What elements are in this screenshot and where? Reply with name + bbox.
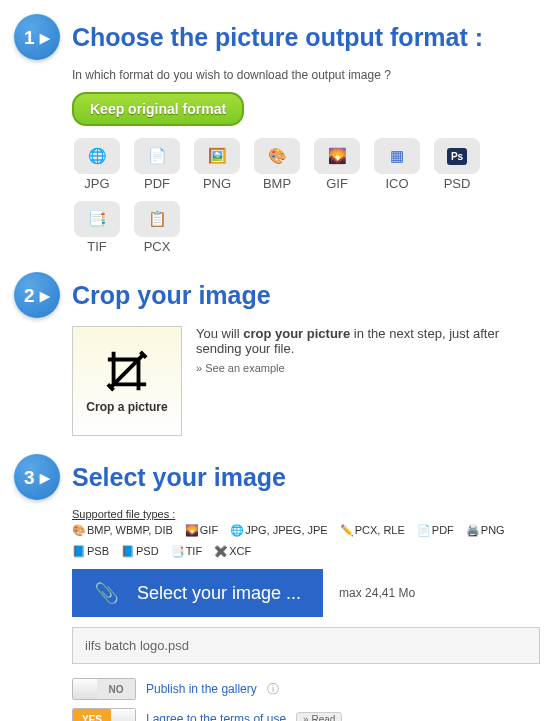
- bmp-type-icon: 🎨: [72, 524, 84, 536]
- psd-type-icon: 📘: [121, 545, 133, 557]
- publish-gallery-link[interactable]: Publish in the gallery: [146, 682, 257, 696]
- step-1: 1 ▸ Choose the picture output format : I…: [14, 14, 540, 254]
- psb-type-icon: 📘: [72, 545, 84, 557]
- jpg-icon: 🌐: [74, 138, 120, 174]
- format-tif-button[interactable]: 📑TIF: [72, 201, 122, 254]
- crop-icon: [104, 348, 150, 394]
- crop-thumbnail[interactable]: Crop a picture: [72, 326, 182, 436]
- max-size-label: max 24,41 Mo: [339, 586, 415, 600]
- step-2-title: Crop your image: [72, 281, 271, 310]
- step-1-badge: 1 ▸: [14, 14, 60, 60]
- selected-file-field[interactable]: ilfs batch logo.psd: [72, 627, 540, 664]
- step-1-title: Choose the picture output format :: [72, 23, 483, 52]
- step-2: 2 ▸ Crop your image Crop a picture You w…: [14, 272, 540, 436]
- format-jpg-button[interactable]: 🌐JPG: [72, 138, 122, 191]
- psd-icon: Ps: [434, 138, 480, 174]
- bmp-icon: 🎨: [254, 138, 300, 174]
- step-3: 3 ▸ Select your image Supported file typ…: [14, 454, 540, 721]
- pdf-type-icon: 📄: [417, 524, 429, 536]
- ico-icon: ▦: [374, 138, 420, 174]
- format-grid: 🌐JPG 📄PDF 🖼️PNG 🎨BMP 🌄GIF ▦ICO PsPSD 📑TI…: [72, 138, 540, 254]
- png-icon: 🖼️: [194, 138, 240, 174]
- step-3-header: 3 ▸ Select your image: [14, 454, 540, 500]
- step-1-question: In which format do you wish to download …: [72, 68, 540, 82]
- crop-description: You will crop your picture in the next s…: [196, 326, 540, 436]
- format-gif-button[interactable]: 🌄GIF: [312, 138, 362, 191]
- pdf-icon: 📄: [134, 138, 180, 174]
- supported-types-title: Supported file types :: [72, 508, 540, 520]
- terms-link[interactable]: I agree to the terms of use: [146, 712, 286, 721]
- paperclip-icon: 📎: [94, 581, 119, 605]
- see-example-link[interactable]: » See an example: [196, 362, 285, 374]
- publish-gallery-toggle[interactable]: NO: [72, 678, 136, 700]
- publish-help-icon[interactable]: ⓘ: [267, 681, 279, 698]
- pcx-icon: 📋: [134, 201, 180, 237]
- gif-type-icon: 🌄: [185, 524, 197, 536]
- agree-terms-toggle[interactable]: YES: [72, 708, 136, 721]
- xcf-type-icon: ✖️: [214, 545, 226, 557]
- keep-original-format-button[interactable]: Keep original format: [72, 92, 244, 126]
- step-2-header: 2 ▸ Crop your image: [14, 272, 540, 318]
- read-terms-button[interactable]: » Read: [296, 712, 342, 722]
- step-2-badge: 2 ▸: [14, 272, 60, 318]
- tif-type-icon: 📑: [171, 545, 183, 557]
- gif-icon: 🌄: [314, 138, 360, 174]
- format-ico-button[interactable]: ▦ICO: [372, 138, 422, 191]
- step-1-header: 1 ▸ Choose the picture output format :: [14, 14, 540, 60]
- step-3-badge: 3 ▸: [14, 454, 60, 500]
- format-pcx-button[interactable]: 📋PCX: [132, 201, 182, 254]
- format-pdf-button[interactable]: 📄PDF: [132, 138, 182, 191]
- crop-thumbnail-label: Crop a picture: [86, 400, 167, 414]
- toggle-handle: [111, 709, 135, 721]
- pcx-type-icon: ✏️: [340, 524, 352, 536]
- step-3-title: Select your image: [72, 463, 286, 492]
- format-png-button[interactable]: 🖼️PNG: [192, 138, 242, 191]
- format-psd-button[interactable]: PsPSD: [432, 138, 482, 191]
- tif-icon: 📑: [74, 201, 120, 237]
- toggle-handle: [73, 679, 97, 699]
- select-image-button[interactable]: 📎 Select your image ...: [72, 569, 323, 617]
- format-bmp-button[interactable]: 🎨BMP: [252, 138, 302, 191]
- png-type-icon: 🖨️: [466, 524, 478, 536]
- jpg-type-icon: 🌐: [230, 524, 242, 536]
- supported-types-list: 🎨BMP, WBMP, DIB 🌄GIF 🌐JPG, JPEG, JPE ✏️P…: [72, 524, 540, 557]
